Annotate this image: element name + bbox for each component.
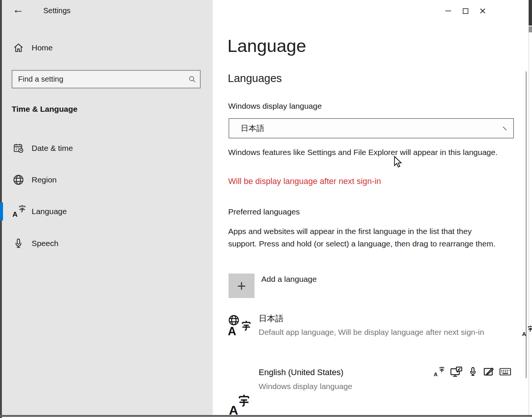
close-button[interactable]: ×	[474, 5, 491, 17]
page-title: Language	[227, 35, 306, 56]
preferred-languages-description: Apps and websites will appear in the fir…	[228, 225, 497, 250]
translate-globe-icon: A	[228, 314, 252, 339]
sidebar-section-heading: Time & Language	[12, 105, 78, 114]
mouse-cursor	[393, 156, 403, 168]
characters-icon: A	[522, 325, 532, 337]
add-language-button[interactable]: +	[229, 274, 255, 298]
add-language-label[interactable]: Add a language	[261, 275, 317, 284]
maximize-icon	[463, 8, 468, 14]
minimize-icon	[445, 11, 451, 11]
characters-icon: A	[434, 366, 445, 377]
sidebar-item-home[interactable]: Home	[2, 39, 213, 57]
preferred-languages-heading: Preferred languages	[228, 207, 300, 216]
scrollbar-up-thumb[interactable]	[529, 26, 532, 32]
app-title: Settings	[43, 6, 70, 15]
language-name: English (United States)	[259, 368, 343, 377]
minimize-button[interactable]	[439, 5, 457, 17]
language-status: Windows display language	[259, 380, 352, 392]
dropdown-selected-value: 日本語	[229, 123, 264, 134]
handwriting-icon	[483, 366, 494, 377]
keyboard-icon	[499, 366, 511, 377]
sidebar-item-region[interactable]: Region	[2, 171, 213, 189]
sidebar-item-label: Language	[32, 207, 67, 216]
search-box[interactable]	[12, 70, 201, 88]
display-language-label: Windows display language	[228, 102, 322, 111]
calendar-clock-icon	[12, 142, 25, 155]
display-language-description: Windows features like Settings and File …	[228, 146, 509, 158]
plus-icon: +	[237, 278, 246, 293]
back-button[interactable]: ←	[12, 3, 24, 16]
scrollbar-track[interactable]	[529, 32, 529, 415]
characters-icon: A	[12, 204, 26, 219]
settings-window: ← Settings Home Time & Language	[0, 0, 532, 418]
caption-controls: ×	[439, 5, 491, 17]
sidebar-item-language[interactable]: A Language	[2, 202, 213, 220]
display-language-dropdown[interactable]: 日本語	[229, 118, 514, 138]
sidebar-item-label: Date & time	[32, 144, 73, 153]
selected-item-accent-bar	[0, 202, 3, 220]
chevron-down-icon	[501, 125, 509, 132]
display-language-icon	[450, 366, 463, 378]
display-language-warning: Will be display language after next sign…	[228, 176, 381, 186]
sidebar-item-speech[interactable]: Speech	[2, 234, 213, 252]
microphone-icon	[468, 366, 478, 377]
close-icon: ×	[479, 5, 486, 17]
languages-heading: Languages	[228, 72, 282, 85]
scrollbar-top-block	[529, 0, 532, 26]
search-icon[interactable]	[185, 75, 200, 84]
home-icon	[12, 41, 25, 54]
sidebar-item-label: Speech	[32, 239, 58, 248]
language-status: Default app language, Will be display la…	[259, 326, 497, 338]
sidebar-item-label: Home	[32, 43, 53, 52]
microphone-icon	[12, 237, 25, 250]
sidebar: ← Settings Home Time & Language	[2, 0, 213, 415]
maximize-button[interactable]	[457, 5, 474, 17]
sidebar-item-date-time[interactable]: Date & time	[2, 139, 213, 157]
characters-icon: A	[229, 394, 251, 418]
window-bottom-edge	[0, 415, 532, 417]
search-input[interactable]	[12, 75, 185, 84]
globe-icon	[12, 173, 25, 186]
sidebar-item-label: Region	[32, 175, 57, 184]
language-name: 日本語	[259, 313, 284, 324]
language-feature-icons: A	[434, 366, 511, 378]
